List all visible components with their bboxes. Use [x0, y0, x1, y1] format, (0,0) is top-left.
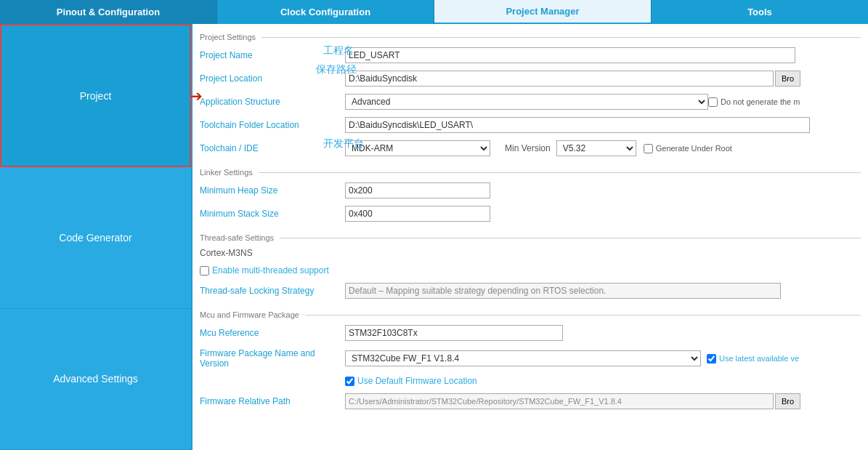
application-structure-label: Application Structure [200, 97, 345, 107]
sidebar-item-project[interactable]: Project ➔ [0, 24, 191, 167]
main-layout: Project ➔ Code Generator Advanced Settin… [0, 24, 868, 450]
tab-project-manager[interactable]: Project Manager [434, 0, 652, 24]
linker-rule [259, 172, 861, 173]
project-location-label: Project Location [200, 73, 345, 84]
mcu-reference-row: Mcu Reference [200, 324, 861, 342]
use-default-firmware-checkbox[interactable] [345, 377, 354, 386]
locking-strategy-row: Thread-safe Locking Strategy [200, 281, 861, 300]
toolchain-folder-row: Toolchain Folder Location [200, 116, 861, 134]
firmware-path-input [345, 393, 774, 409]
enable-multithreaded-row: Enable multi-threaded support [200, 264, 861, 277]
use-default-firmware-label: Use Default Firmware Location [357, 376, 477, 386]
firmware-path-browse-button[interactable]: Bro [775, 393, 800, 409]
toolchain-folder-label: Toolchain Folder Location [200, 120, 345, 130]
project-settings-header: Project Settings [200, 33, 861, 41]
min-stack-input[interactable] [345, 206, 490, 222]
use-latest-label: Use latest available ve [719, 354, 799, 363]
top-navigation: Pinout & Configuration Clock Configurati… [0, 0, 868, 24]
toolchain-folder-input[interactable] [345, 117, 810, 133]
toolchain-ide-label: Toolchain / IDE [200, 143, 345, 153]
sidebar-project-label: Project [80, 90, 112, 102]
application-structure-row: Application Structure Advanced Basic Do … [200, 92, 861, 111]
locking-strategy-input [345, 283, 781, 299]
mcu-reference-label: Mcu Reference [200, 328, 345, 338]
min-heap-row: Minimum Heap Size [200, 181, 861, 200]
tab-clock-configuration[interactable]: Clock Configuration [217, 0, 434, 24]
content-area: Project Settings Project Name 工程名 保存路径 P… [192, 24, 868, 450]
toolchain-ide-row: Toolchain / IDE 开发平台 MDK-ARM EWARM STM32… [200, 139, 861, 158]
project-name-input[interactable] [345, 47, 795, 63]
project-name-label: Project Name [200, 50, 345, 60]
thread-safe-section: Thread-safe Settings Cortex-M3NS Enable … [192, 230, 868, 308]
application-structure-select[interactable]: Advanced Basic [345, 94, 708, 110]
thread-safe-rule [280, 238, 861, 238]
cortex-row: Cortex-M3NS [200, 246, 861, 260]
linker-settings-title: Linker Settings [200, 168, 253, 177]
enable-multithreaded-checkbox[interactable] [200, 266, 209, 276]
toolchain-ide-select[interactable]: MDK-ARM EWARM STM32CubeIDE [345, 140, 490, 156]
mcu-firmware-header: Mcu and Firmware Package [200, 310, 861, 319]
project-location-browse-button[interactable]: Bro [775, 71, 800, 87]
project-name-row: Project Name 工程名 保存路径 [200, 46, 861, 65]
cortex-label: Cortex-M3NS [200, 248, 253, 258]
project-location-input[interactable] [345, 71, 774, 87]
firmware-package-row: Firmware Package Name and Version STM32C… [200, 347, 861, 370]
locking-strategy-label: Thread-safe Locking Strategy [200, 286, 345, 296]
enable-multithreaded-label: Enable multi-threaded support [212, 265, 329, 276]
min-stack-row: Minimum Stack Size [200, 204, 861, 223]
sidebar-code-generator-label: Code Generator [59, 232, 131, 244]
sidebar-item-advanced-settings[interactable]: Advanced Settings [0, 309, 191, 450]
firmware-path-label: Firmware Relative Path [200, 396, 345, 406]
linker-settings-section: Linker Settings Minimum Heap Size Minimu… [192, 165, 868, 230]
min-version-select[interactable]: V5.32 V5.30 [556, 140, 636, 156]
min-heap-input[interactable] [345, 182, 490, 198]
tab-tools[interactable]: Tools [652, 0, 868, 24]
firmware-path-row: Firmware Relative Path Bro [200, 392, 861, 411]
mcu-firmware-section: Mcu and Firmware Package Mcu Reference F… [192, 308, 868, 418]
min-stack-label: Minimum Stack Size [200, 209, 345, 219]
tab-pinout-configuration[interactable]: Pinout & Configuration [0, 0, 217, 24]
mcu-firmware-rule [305, 315, 861, 316]
do-not-generate-label: Do not generate the m [721, 97, 800, 106]
min-heap-label: Minimum Heap Size [200, 185, 345, 196]
project-settings-section: Project Settings Project Name 工程名 保存路径 P… [192, 30, 868, 165]
mcu-reference-input[interactable] [345, 325, 563, 341]
project-location-row: Project Location Bro [200, 69, 861, 88]
sidebar-advanced-settings-label: Advanced Settings [53, 373, 138, 385]
arrow-right-icon: ➔ [190, 87, 203, 105]
mcu-firmware-title: Mcu and Firmware Package [200, 310, 299, 319]
generate-under-root-checkbox[interactable] [644, 144, 653, 153]
use-latest-checkbox[interactable] [707, 354, 716, 363]
thread-safe-title: Thread-safe Settings [200, 233, 274, 242]
sidebar: Project ➔ Code Generator Advanced Settin… [0, 24, 192, 450]
thread-safe-header: Thread-safe Settings [200, 233, 861, 242]
use-default-firmware-row: Use Default Firmware Location [200, 374, 861, 387]
section-rule [261, 37, 861, 38]
sidebar-item-code-generator[interactable]: Code Generator [0, 167, 191, 308]
do-not-generate-checkbox[interactable] [708, 97, 718, 107]
min-version-label: Min Version [505, 143, 551, 153]
generate-under-root-label: Generate Under Root [656, 144, 732, 153]
linker-settings-header: Linker Settings [200, 168, 861, 177]
firmware-package-select[interactable]: STM32Cube FW_F1 V1.8.4 [345, 350, 701, 366]
project-settings-title: Project Settings [200, 33, 256, 41]
firmware-package-label: Firmware Package Name and Version [200, 348, 345, 369]
